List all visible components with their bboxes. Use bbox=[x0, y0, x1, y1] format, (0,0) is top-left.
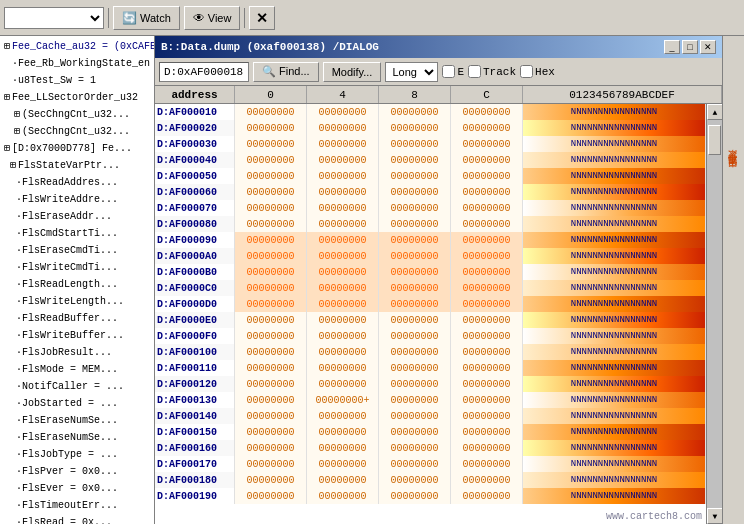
address-input[interactable] bbox=[159, 62, 249, 82]
table-row[interactable]: D:AF000090 00000000 00000000 00000000 00… bbox=[155, 232, 706, 248]
table-row[interactable]: D:AF000110 00000000 00000000 00000000 00… bbox=[155, 360, 706, 376]
expand-icon-fee-cache: ⊞ bbox=[2, 39, 12, 54]
close-button[interactable]: ✕ bbox=[249, 6, 275, 30]
table-row[interactable]: D:AF000040 00000000 00000000 00000000 00… bbox=[155, 152, 706, 168]
track-checkbox[interactable] bbox=[468, 65, 481, 78]
scroll-up-button[interactable]: ▲ bbox=[707, 104, 722, 120]
tree-item-flseraseaddr[interactable]: ·FlsEraseAddr... bbox=[0, 208, 154, 225]
header-colc: C bbox=[451, 86, 523, 103]
tree-item-flsjobtype[interactable]: ·FlsJobType = ... bbox=[0, 446, 154, 463]
tree-item-flsmode[interactable]: ·FlsMode = MEM... bbox=[0, 361, 154, 378]
tree-item-flscmdstart[interactable]: ·FlsCmdStartTi... bbox=[0, 225, 154, 242]
table-row[interactable]: D:AF000070 00000000 00000000 00000000 00… bbox=[155, 200, 706, 216]
table-row[interactable]: D:AF000100 00000000 00000000 00000000 00… bbox=[155, 344, 706, 360]
cell-ascii: NNNNNNNNNNNNNNNN bbox=[523, 376, 706, 392]
tree-item-flsever[interactable]: ·FlsEver = 0x0... bbox=[0, 480, 154, 497]
dialog-close-button[interactable]: ✕ bbox=[700, 40, 716, 54]
cell-address: D:AF000140 bbox=[155, 408, 235, 424]
cell-colc: 00000000 bbox=[451, 136, 523, 152]
cell-ascii: NNNNNNNNNNNNNNNN bbox=[523, 168, 706, 184]
scroll-track[interactable] bbox=[707, 120, 722, 508]
table-row[interactable]: D:AF000160 00000000 00000000 00000000 00… bbox=[155, 440, 706, 456]
tree-item-flswritelen[interactable]: ·FlsWriteLength... bbox=[0, 293, 154, 310]
rows-container[interactable]: D:AF000010 00000000 00000000 00000000 00… bbox=[155, 104, 706, 524]
tree-item-flsreadaddr[interactable]: ·FlsReadAddres... bbox=[0, 174, 154, 191]
cell-col0: 00000000 bbox=[235, 248, 307, 264]
cell-colc: 00000000 bbox=[451, 344, 523, 360]
table-row[interactable]: D:AF000140 00000000 00000000 00000000 00… bbox=[155, 408, 706, 424]
cell-ascii: NNNNNNNNNNNNNNNN bbox=[523, 472, 706, 488]
modify-button[interactable]: Modify... bbox=[323, 62, 382, 82]
cell-ascii: NNNNNNNNNNNNNNNN bbox=[523, 344, 706, 360]
tree-item-d0x7000[interactable]: ⊞[D:0x7000D778] Fe... bbox=[0, 140, 154, 157]
tree-item-fee-cache[interactable]: ⊞Fee_Cache_au32 = (0xCAFEAFFE... bbox=[0, 38, 154, 55]
tree-item-flserasecmd[interactable]: ·FlsEraseCmdTi... bbox=[0, 242, 154, 259]
grid-body[interactable]: D:AF000010 00000000 00000000 00000000 00… bbox=[155, 104, 722, 524]
tree-item-flsread[interactable]: ·FlsRead = 0x... bbox=[0, 514, 154, 524]
tree-item-flsstate[interactable]: ⊞FlsStateVarPtr... bbox=[0, 157, 154, 174]
tree-item-flsreadlen[interactable]: ·FlsReadLength... bbox=[0, 276, 154, 293]
tree-item-flswritebuf[interactable]: ·FlsWriteBuffer... bbox=[0, 327, 154, 344]
tree-item-flsreadbuf[interactable]: ·FlsReadBuffer... bbox=[0, 310, 154, 327]
cell-col4: 00000000 bbox=[307, 232, 379, 248]
table-row[interactable]: D:AF000150 00000000 00000000 00000000 00… bbox=[155, 424, 706, 440]
table-row[interactable]: D:AF0000C0 00000000 00000000 00000000 00… bbox=[155, 280, 706, 296]
tree-item-flsjob[interactable]: ·FlsJobResult... bbox=[0, 344, 154, 361]
tree-item-flspver[interactable]: ·FlsPver = 0x0... bbox=[0, 463, 154, 480]
cell-colc: 00000000 bbox=[451, 488, 523, 504]
cell-col4: 00000000 bbox=[307, 264, 379, 280]
tree-item-jobstarted[interactable]: ·JobStarted = ... bbox=[0, 395, 154, 412]
table-row[interactable]: D:AF000010 00000000 00000000 00000000 00… bbox=[155, 104, 706, 120]
find-icon: 🔍 bbox=[262, 65, 276, 77]
table-row[interactable]: D:AF0000D0 00000000 00000000 00000000 00… bbox=[155, 296, 706, 312]
cell-col8: 00000000 bbox=[379, 312, 451, 328]
tree-item-notifcaller[interactable]: ·NotifCaller = ... bbox=[0, 378, 154, 395]
table-row[interactable]: D:AF000130 00000000 00000000+ 00000000 0… bbox=[155, 392, 706, 408]
table-row[interactable]: D:AF000170 00000000 00000000 00000000 00… bbox=[155, 456, 706, 472]
track-label: Track bbox=[483, 66, 516, 78]
tree-item-fee-ll[interactable]: ⊞Fee_LLSectorOrder_u32 bbox=[0, 89, 154, 106]
tree-item-flstimeout[interactable]: ·FlsTimeoutErr... bbox=[0, 497, 154, 514]
tree-item-secchng1[interactable]: ⊞(SecChngCnt_u32... bbox=[0, 106, 154, 123]
maximize-button[interactable]: □ bbox=[682, 40, 698, 54]
minimize-button[interactable]: _ bbox=[664, 40, 680, 54]
table-row[interactable]: D:AF0000B0 00000000 00000000 00000000 00… bbox=[155, 264, 706, 280]
cell-col4: 00000000 bbox=[307, 344, 379, 360]
cell-col4: 00000000+ bbox=[307, 392, 379, 408]
tree-item-secchng2[interactable]: ⊞(SecChngCnt_u32... bbox=[0, 123, 154, 140]
table-row[interactable]: D:AF000120 00000000 00000000 00000000 00… bbox=[155, 376, 706, 392]
table-row[interactable]: D:AF000020 00000000 00000000 00000000 00… bbox=[155, 120, 706, 136]
table-row[interactable]: D:AF000080 00000000 00000000 00000000 00… bbox=[155, 216, 706, 232]
cell-colc: 00000000 bbox=[451, 232, 523, 248]
bullet-flswriteaddr: · bbox=[16, 194, 22, 205]
scroll-down-button[interactable]: ▼ bbox=[707, 508, 722, 524]
cell-ascii: NNNNNNNNNNNNNNNN bbox=[523, 264, 706, 280]
cell-ascii: NNNNNNNNNNNNNNNN bbox=[523, 280, 706, 296]
e-checkbox-group: E bbox=[442, 65, 464, 78]
tree-item-fee-rb[interactable]: ·Fee_Rb_WorkingState_en = FEE_RB_SECTOR_… bbox=[0, 55, 154, 72]
tree-item-flseras2[interactable]: ·FlsEraseNumSe... bbox=[0, 429, 154, 446]
table-row[interactable]: D:AF000050 00000000 00000000 00000000 00… bbox=[155, 168, 706, 184]
table-row[interactable]: D:AF0000A0 00000000 00000000 00000000 00… bbox=[155, 248, 706, 264]
tree-item-flswritecmd[interactable]: ·FlsWriteCmdTi... bbox=[0, 259, 154, 276]
tree-item-u8test[interactable]: ·u8Test_Sw = 1 bbox=[0, 72, 154, 89]
tree-item-flswriteaddr[interactable]: ·FlsWriteAddre... bbox=[0, 191, 154, 208]
table-row[interactable]: D:AF000060 00000000 00000000 00000000 00… bbox=[155, 184, 706, 200]
hex-checkbox[interactable] bbox=[520, 65, 533, 78]
table-row[interactable]: D:AF000190 00000000 00000000 00000000 00… bbox=[155, 488, 706, 504]
format-select[interactable]: Long Byte Word bbox=[385, 62, 438, 82]
table-row[interactable]: D:AF0000E0 00000000 00000000 00000000 00… bbox=[155, 312, 706, 328]
tree-item-flseras1[interactable]: ·FlsEraseNumSe... bbox=[0, 412, 154, 429]
cell-colc: 00000000 bbox=[451, 360, 523, 376]
vertical-scrollbar[interactable]: ▲ ▼ bbox=[706, 104, 722, 524]
toolbar-dropdown[interactable] bbox=[4, 7, 104, 29]
table-row[interactable]: D:AF0000F0 00000000 00000000 00000000 00… bbox=[155, 328, 706, 344]
scroll-thumb[interactable] bbox=[708, 125, 721, 155]
table-row[interactable]: D:AF000180 00000000 00000000 00000000 00… bbox=[155, 472, 706, 488]
cell-ascii: NNNNNNNNNNNNNNNN bbox=[523, 120, 706, 136]
e-checkbox[interactable] bbox=[442, 65, 455, 78]
view-button[interactable]: 👁 View bbox=[184, 6, 241, 30]
table-row[interactable]: D:AF000030 00000000 00000000 00000000 00… bbox=[155, 136, 706, 152]
find-button[interactable]: 🔍 Find... bbox=[253, 62, 319, 82]
watch-button[interactable]: 🔄 Watch bbox=[113, 6, 180, 30]
